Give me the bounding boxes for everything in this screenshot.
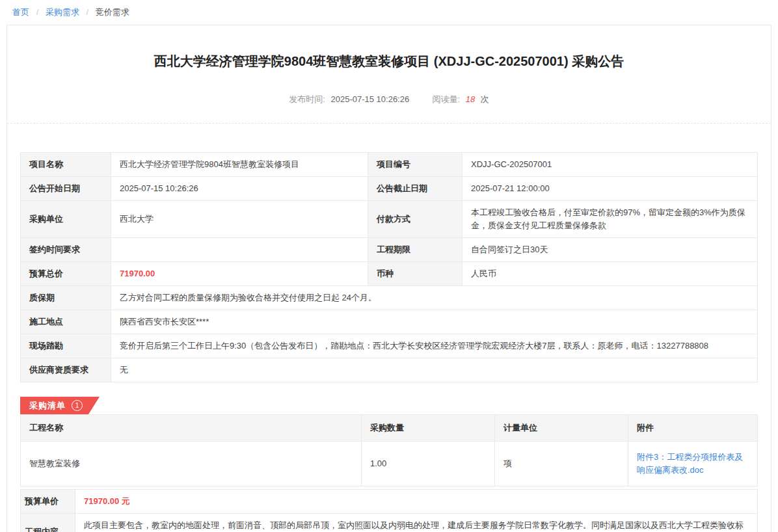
table-header-row: 工程名称 采购数量 计量单位 附件 xyxy=(21,415,758,442)
divider xyxy=(7,123,771,124)
unit-price-value: 71970.00 元 xyxy=(75,490,758,514)
survey-value: 竞价开启后第三个工作日上午9:30（包含公告发布日），踏勘地点：西北大学长安校区… xyxy=(111,334,758,358)
table-row: 现场踏勘 竞价开启后第三个工作日上午9:30（包含公告发布日），踏勘地点：西北大… xyxy=(21,334,758,358)
survey-label: 现场踏勘 xyxy=(21,334,111,358)
table-row: 预算总价 71970.00 币种 人民币 xyxy=(21,262,758,286)
budget-total-value: 71970.00 xyxy=(111,262,368,286)
publish-time-value: 2025-07-15 10:26:26 xyxy=(330,94,409,104)
purchaser-value: 西北大学 xyxy=(111,201,368,238)
site-value: 陕西省西安市长安区**** xyxy=(111,310,758,334)
purchaser-label: 采购单位 xyxy=(21,201,111,238)
budget-total-label: 预算总价 xyxy=(21,262,111,286)
currency-value: 人民币 xyxy=(463,262,758,286)
budget-content-table: 预算单价 71970.00 元 工程内容 此项目主要包含，教室内的地面处理，前面… xyxy=(20,489,758,532)
breadcrumb-separator: / xyxy=(87,7,89,17)
attachment-link[interactable]: 附件3：工程类分项报价表及响应偏离表改.doc xyxy=(637,452,743,475)
table-row: 智慧教室装修 1.00 项 附件3：工程类分项报价表及响应偏离表改.doc xyxy=(21,442,758,486)
col-header-attachment: 附件 xyxy=(628,415,758,442)
table-row: 施工地点 陕西省西安市长安区**** xyxy=(21,310,758,334)
breadcrumb-current: 竞价需求 xyxy=(96,7,129,17)
list-item-unit: 项 xyxy=(495,442,628,486)
project-no-label: 项目编号 xyxy=(368,153,463,177)
breadcrumb-purchase-demand[interactable]: 采购需求 xyxy=(46,7,79,17)
announcement-meta: 发布时间: 2025-07-15 10:26:26 阅读量: 18 次 xyxy=(20,94,758,105)
publish-time-label: 发布时间: xyxy=(289,94,325,104)
col-header-unit: 计量单位 xyxy=(495,415,628,442)
project-content-label: 工程内容 xyxy=(21,514,75,532)
list-item-quantity: 1.00 xyxy=(362,442,495,486)
purchase-list-badge-label: 采购清单 xyxy=(29,400,66,412)
start-date-value: 2025-07-15 10:26:26 xyxy=(111,177,368,201)
table-row: 供应商资质要求 无 xyxy=(21,358,758,382)
project-name-label: 项目名称 xyxy=(21,153,111,177)
table-row: 项目名称 西北大学经济管理学院9804班智慧教室装修项目 项目编号 XDJJ-G… xyxy=(21,153,758,177)
site-label: 施工地点 xyxy=(21,310,111,334)
qualification-value: 无 xyxy=(111,358,758,382)
read-count-value: 18 xyxy=(466,94,475,104)
payment-label: 付款方式 xyxy=(368,201,463,238)
breadcrumb-home[interactable]: 首页 xyxy=(12,7,29,17)
unit-price-label: 预算单价 xyxy=(21,490,75,514)
table-row: 工程内容 此项目主要包含，教室内的地面处理，前面消音、顶部的局部吊顶，室内照面以… xyxy=(21,514,758,532)
currency-label: 币种 xyxy=(368,262,463,286)
read-count-label: 阅读量: xyxy=(432,94,460,104)
table-row: 质保期 乙方对合同工程的质量保修期为验收合格并交付使用之日起 24个月。 xyxy=(21,286,758,310)
breadcrumb-separator: / xyxy=(36,7,39,17)
project-content-value: 此项目主要包含，教室内的地面处理，前面消音、顶部的局部吊顶，室内照面以及内弱电的… xyxy=(75,514,758,532)
duration-value: 自合同签订之日30天 xyxy=(463,238,758,262)
page-title: 西北大学经济管理学院9804班智慧教室装修项目 (XDJJ-GC-2025070… xyxy=(20,53,758,70)
table-row: 公告开始日期 2025-07-15 10:26:26 公告截止日期 2025-0… xyxy=(21,177,758,201)
duration-label: 工程期限 xyxy=(368,238,463,262)
table-row: 采购单位 西北大学 付款方式 本工程竣工验收合格后，付至审定价款的97%，留审定… xyxy=(21,201,758,238)
end-date-label: 公告截止日期 xyxy=(368,177,463,201)
card-body: 项目名称 西北大学经济管理学院9804班智慧教室装修项目 项目编号 XDJJ-G… xyxy=(7,152,771,532)
project-name-value: 西北大学经济管理学院9804班智慧教室装修项目 xyxy=(111,153,368,177)
project-detail-table: 项目名称 西北大学经济管理学院9804班智慧教室装修项目 项目编号 XDJJ-G… xyxy=(20,152,758,382)
announcement-card: 西北大学经济管理学院9804班智慧教室装修项目 (XDJJ-GC-2025070… xyxy=(7,25,771,532)
project-no-value: XDJJ-GC-202507001 xyxy=(463,153,758,177)
sign-time-label: 签约时间要求 xyxy=(21,238,111,262)
table-row: 预算单价 71970.00 元 xyxy=(21,490,758,514)
purchase-list-count-badge: 1 xyxy=(72,400,83,411)
col-header-project-name: 工程名称 xyxy=(21,415,362,442)
purchase-list-badge: 采购清单 1 xyxy=(20,397,100,414)
col-header-quantity: 采购数量 xyxy=(362,415,495,442)
card-header: 西北大学经济管理学院9804班智慧教室装修项目 (XDJJ-GC-2025070… xyxy=(7,53,771,105)
end-date-value: 2025-07-21 12:00:00 xyxy=(463,177,758,201)
table-row: 签约时间要求 工程期限 自合同签订之日30天 xyxy=(21,238,758,262)
list-item-name: 智慧教室装修 xyxy=(21,442,362,486)
warranty-value: 乙方对合同工程的质量保修期为验收合格并交付使用之日起 24个月。 xyxy=(111,286,758,310)
payment-value: 本工程竣工验收合格后，付至审定价款的97%，留审定金额的3%作为质保金，质保金支… xyxy=(463,201,758,238)
sign-time-value xyxy=(111,238,368,262)
qualification-label: 供应商资质要求 xyxy=(21,358,111,382)
purchase-list-table: 工程名称 采购数量 计量单位 附件 智慧教室装修 1.00 项 附件3：工程类分… xyxy=(20,414,758,486)
warranty-label: 质保期 xyxy=(21,286,111,310)
read-count-unit: 次 xyxy=(481,94,489,104)
breadcrumb: 首页 / 采购需求 / 竞价需求 xyxy=(0,0,778,25)
start-date-label: 公告开始日期 xyxy=(21,177,111,201)
